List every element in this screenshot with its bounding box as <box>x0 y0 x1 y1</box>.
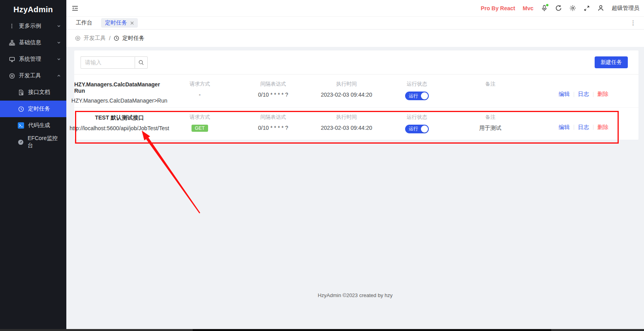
column-label: 执行时间 <box>336 80 357 88</box>
sidebar-item-label: 系统管理 <box>19 56 41 63</box>
chevron-down-icon <box>57 41 61 45</box>
method-cell: 请求方式 - <box>165 80 235 107</box>
clock-icon <box>114 36 119 41</box>
column-label: 请求方式 <box>190 80 210 88</box>
scrollbar-thumb[interactable] <box>193 329 551 331</box>
status-toggle[interactable]: 运行 <box>405 125 429 133</box>
refresh-icon[interactable] <box>555 5 562 11</box>
breadcrumb-separator: / <box>109 35 111 41</box>
time-value: 2023-02-03 09:44:20 <box>321 92 372 98</box>
sidebar-item-label: 接口文档 <box>28 89 50 96</box>
tab-bar: 工作台 定时任务 ⋮ <box>66 17 644 30</box>
search-input[interactable] <box>81 56 135 69</box>
column-label: 间隔表达式 <box>260 80 286 88</box>
horizontal-scrollbar[interactable] <box>0 329 644 331</box>
chevron-down-icon <box>57 57 61 61</box>
action-divider <box>593 92 593 97</box>
cron-value: 0/10 * * * * ? <box>258 92 288 98</box>
fullscreen-icon[interactable] <box>584 5 590 11</box>
chevron-up-icon <box>57 74 61 78</box>
sidebar-item-system-management[interactable]: 系统管理 <box>0 51 66 67</box>
tab-scheduled-tasks[interactable]: 定时任务 <box>101 18 138 28</box>
cron-cell: 间隔表达式 0/10 * * * * ? <box>235 80 311 107</box>
search-button[interactable] <box>135 56 148 69</box>
action-divider <box>574 125 574 130</box>
action-divider <box>593 125 593 130</box>
column-label: 间隔表达式 <box>260 114 286 121</box>
time-value: 2023-02-03 09:44:20 <box>321 125 372 131</box>
menu-fold-icon[interactable] <box>72 5 78 11</box>
tab-workbench[interactable]: 工作台 <box>73 18 96 28</box>
log-link[interactable]: 日志 <box>578 124 589 131</box>
sidebar-item-code-generation[interactable]: 代码生成 <box>0 117 66 134</box>
delete-link[interactable]: 删除 <box>597 124 608 131</box>
remark-value: 用于测试 <box>479 125 501 132</box>
action-divider <box>574 92 574 97</box>
sidebar-item-efcore-monitor[interactable]: EFCore监控台 <box>0 134 66 150</box>
tab-label: 定时任务 <box>105 19 127 26</box>
sidebar-item-label: 更多示例 <box>19 22 41 30</box>
sidebar-item-more-examples[interactable]: 更多示例 <box>0 18 66 34</box>
topbar-right-group: Pro By React Mvc 超级管理员 <box>481 5 639 12</box>
file-doc-icon <box>18 90 24 95</box>
mvc-link[interactable]: Mvc <box>523 5 533 11</box>
column-label: 备注 <box>485 80 496 88</box>
method-value: - <box>199 92 201 98</box>
edit-link[interactable]: 编辑 <box>559 124 570 131</box>
main-area: Pro By React Mvc 超级管理员 工作台 <box>66 0 644 331</box>
status-cell: 运行状态 运行 <box>382 114 452 140</box>
api-icon <box>9 73 15 79</box>
footer-text: HzyAdmin ©2023 created by hzy <box>66 292 644 298</box>
delete-link[interactable]: 删除 <box>597 91 608 98</box>
apartment-icon <box>9 40 15 46</box>
card-toolbar: 新建任务 <box>74 50 638 75</box>
sidebar-item-scheduled-tasks[interactable]: 定时任务 <box>0 101 66 117</box>
log-link[interactable]: 日志 <box>578 91 589 98</box>
current-user[interactable]: 超级管理员 <box>612 5 639 12</box>
actions-cell: 编辑 日志 删除 <box>528 114 638 140</box>
sidebar-item-label: 代码生成 <box>28 122 50 129</box>
column-label: 运行状态 <box>407 80 427 88</box>
cron-cell: 间隔表达式 0/10 * * * * ? <box>235 114 311 140</box>
sidebar-item-label: 基础信息 <box>19 39 41 46</box>
task-name-cell: HZY.Managers.CalcDataManager Run HZY.Man… <box>74 80 165 107</box>
gear-icon[interactable] <box>569 5 576 11</box>
sidebar-item-label: 开发工具 <box>19 72 41 79</box>
toggle-knob <box>421 125 428 133</box>
actions-cell: 编辑 日志 删除 <box>528 80 638 107</box>
pro-by-react-link[interactable]: Pro By React <box>481 5 515 11</box>
cron-value: 0/10 * * * * ? <box>258 125 288 131</box>
status-toggle[interactable]: 运行 <box>405 92 429 100</box>
more-vertical-icon[interactable]: ⋮ <box>629 19 638 26</box>
remark-cell: 备注 <box>452 80 528 107</box>
sidebar-menu: 更多示例 基础信息 系统管理 <box>0 18 66 150</box>
notification-mic-icon[interactable] <box>541 5 548 11</box>
user-icon[interactable] <box>597 5 604 11</box>
method-cell: 请求方式 GET <box>165 114 235 140</box>
row-actions: 编辑 日志 删除 <box>559 124 608 131</box>
edit-link[interactable]: 编辑 <box>559 91 570 98</box>
content-area: 新建任务 HZY.Managers.CalcDataManager Run HZ… <box>66 47 644 331</box>
sidebar-item-basic-info[interactable]: 基础信息 <box>0 34 66 51</box>
toggle-knob <box>421 92 428 99</box>
remark-cell: 备注 用于测试 <box>452 114 528 140</box>
close-icon[interactable] <box>130 21 134 25</box>
new-task-button[interactable]: 新建任务 <box>595 56 628 68</box>
task-subtitle: HZY.Managers.CalcDataManager>Run <box>71 97 167 104</box>
notification-dot <box>546 4 548 6</box>
task-list-card: 新建任务 HZY.Managers.CalcDataManager Run HZ… <box>74 50 638 140</box>
dashboard-icon <box>18 139 24 145</box>
column-label: 运行状态 <box>407 114 427 121</box>
task-name-cell: TEST 默认测试接口 http://localhost:5600/api/jo… <box>74 114 165 140</box>
sidebar-item-dev-tools[interactable]: 开发工具 <box>0 67 66 84</box>
method-badge: GET <box>192 125 208 132</box>
clock-icon <box>18 106 24 112</box>
toggle-label: 运行 <box>409 93 418 99</box>
sidebar-item-label: 定时任务 <box>28 105 50 112</box>
sidebar-item-api-docs[interactable]: 接口文档 <box>0 84 66 101</box>
sidebar: HzyAdmin 更多示例 基础信息 系统管理 <box>0 0 66 331</box>
breadcrumb-link-devtools[interactable]: 开发工具 <box>84 35 106 42</box>
more-dots-icon <box>9 23 15 29</box>
status-cell: 运行状态 运行 <box>382 80 452 107</box>
column-label: 备注 <box>485 114 496 121</box>
